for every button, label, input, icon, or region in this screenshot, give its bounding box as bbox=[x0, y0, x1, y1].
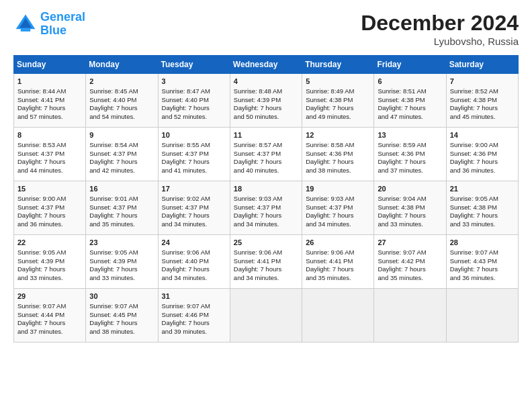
calendar-cell: 2Sunrise: 8:45 AMSunset: 4:40 PMDaylight… bbox=[86, 74, 158, 128]
day-info-line: Daylight: 7 hours bbox=[450, 158, 515, 167]
day-info-line: Sunrise: 8:45 AM bbox=[89, 87, 154, 96]
day-number: 16 bbox=[89, 184, 154, 194]
day-info-line: Sunset: 4:36 PM bbox=[378, 150, 442, 158]
day-info-line: Sunset: 4:41 PM bbox=[234, 257, 298, 266]
calendar-cell: 18Sunrise: 9:03 AMSunset: 4:37 PMDayligh… bbox=[230, 181, 302, 235]
day-number: 6 bbox=[378, 77, 442, 87]
day-number: 11 bbox=[234, 130, 298, 140]
day-number: 4 bbox=[234, 77, 298, 87]
calendar-cell bbox=[230, 289, 302, 342]
calendar-cell: 16Sunrise: 9:01 AMSunset: 4:37 PMDayligh… bbox=[86, 181, 158, 235]
day-info-line: Sunrise: 8:57 AM bbox=[234, 141, 298, 150]
day-info-line: Sunset: 4:46 PM bbox=[162, 311, 226, 320]
day-number: 2 bbox=[89, 77, 154, 87]
day-number: 23 bbox=[89, 238, 154, 248]
day-info-line: Sunset: 4:41 PM bbox=[17, 96, 82, 105]
day-info-line: Sunrise: 9:06 AM bbox=[234, 248, 298, 257]
day-number: 17 bbox=[162, 184, 226, 194]
day-info-line: Sunset: 4:42 PM bbox=[378, 257, 442, 266]
day-info-line: Daylight: 7 hours bbox=[378, 265, 442, 274]
day-info-line: Sunrise: 9:05 AM bbox=[89, 248, 154, 257]
day-number: 12 bbox=[306, 130, 370, 140]
day-info-line: and 41 minutes. bbox=[162, 167, 226, 175]
day-number: 10 bbox=[162, 130, 226, 140]
day-info-line: Sunset: 4:37 PM bbox=[89, 203, 154, 212]
day-info-line: Sunrise: 8:59 AM bbox=[378, 141, 442, 150]
day-number: 25 bbox=[234, 238, 298, 248]
day-number: 9 bbox=[89, 130, 154, 140]
day-info-line: and 34 minutes. bbox=[162, 274, 226, 283]
day-info-line: Sunset: 4:38 PM bbox=[450, 203, 515, 212]
calendar-header-row: SundayMondayTuesdayWednesdayThursdayFrid… bbox=[14, 56, 519, 74]
day-info-line: and 38 minutes. bbox=[89, 328, 154, 336]
day-info-line: Sunrise: 9:00 AM bbox=[17, 195, 82, 203]
calendar-table: SundayMondayTuesdayWednesdayThursdayFrid… bbox=[13, 55, 519, 342]
calendar-cell: 28Sunrise: 9:07 AMSunset: 4:43 PMDayligh… bbox=[446, 235, 518, 289]
day-info-line: Daylight: 7 hours bbox=[234, 265, 298, 274]
day-info-line: Daylight: 7 hours bbox=[234, 158, 298, 167]
day-info-line: and 45 minutes. bbox=[450, 113, 515, 122]
day-info-line: and 34 minutes. bbox=[234, 274, 298, 283]
svg-rect-2 bbox=[21, 29, 30, 32]
day-info-line: Daylight: 7 hours bbox=[450, 212, 515, 220]
day-number: 29 bbox=[17, 291, 82, 302]
day-info-line: and 37 minutes. bbox=[378, 167, 442, 175]
calendar-cell: 13Sunrise: 8:59 AMSunset: 4:36 PMDayligh… bbox=[374, 128, 446, 181]
day-info-line: Daylight: 7 hours bbox=[17, 319, 82, 328]
logo: General Blue bbox=[13, 11, 85, 38]
day-number: 22 bbox=[17, 238, 82, 248]
day-info-line: Daylight: 7 hours bbox=[378, 158, 442, 167]
day-info-line: and 34 minutes. bbox=[162, 220, 226, 229]
day-info-line: Sunset: 4:37 PM bbox=[234, 150, 298, 158]
calendar-cell: 29Sunrise: 9:07 AMSunset: 4:44 PMDayligh… bbox=[14, 289, 86, 342]
day-info-line: Sunrise: 9:04 AM bbox=[378, 195, 442, 203]
day-info-line: Daylight: 7 hours bbox=[450, 265, 515, 274]
day-info-line: Sunset: 4:44 PM bbox=[17, 311, 82, 320]
calendar-cell: 8Sunrise: 8:53 AMSunset: 4:37 PMDaylight… bbox=[14, 128, 86, 181]
day-info-line: Sunrise: 8:44 AM bbox=[17, 87, 82, 96]
day-header-saturday: Saturday bbox=[446, 56, 518, 74]
logo-line1: General bbox=[40, 10, 85, 24]
day-number: 7 bbox=[450, 77, 515, 87]
calendar-cell: 23Sunrise: 9:05 AMSunset: 4:39 PMDayligh… bbox=[86, 235, 158, 289]
day-info-line: Sunset: 4:39 PM bbox=[17, 257, 82, 266]
day-info-line: and 35 minutes. bbox=[306, 274, 370, 283]
day-info-line: Sunrise: 8:55 AM bbox=[162, 141, 226, 150]
calendar-cell: 4Sunrise: 8:48 AMSunset: 4:39 PMDaylight… bbox=[230, 74, 302, 128]
day-info-line: Sunrise: 9:06 AM bbox=[306, 248, 370, 257]
day-info-line: Daylight: 7 hours bbox=[306, 158, 370, 167]
day-info-line: Sunrise: 8:48 AM bbox=[234, 87, 298, 96]
day-info-line: Sunset: 4:39 PM bbox=[89, 257, 154, 266]
day-info-line: Sunset: 4:40 PM bbox=[162, 257, 226, 266]
calendar-cell: 3Sunrise: 8:47 AMSunset: 4:40 PMDaylight… bbox=[158, 74, 230, 128]
day-info-line: Sunset: 4:40 PM bbox=[89, 96, 154, 105]
day-info-line: Daylight: 7 hours bbox=[89, 265, 154, 274]
day-info-line: and 40 minutes. bbox=[234, 167, 298, 175]
day-info-line: Sunset: 4:37 PM bbox=[89, 150, 154, 158]
day-info-line: Sunset: 4:36 PM bbox=[450, 150, 515, 158]
day-info-line: Sunrise: 8:54 AM bbox=[89, 141, 154, 150]
calendar-body: 1Sunrise: 8:44 AMSunset: 4:41 PMDaylight… bbox=[14, 74, 519, 342]
day-info-line: Daylight: 7 hours bbox=[306, 104, 370, 113]
day-info-line: Sunrise: 9:07 AM bbox=[162, 302, 226, 311]
day-number: 30 bbox=[89, 291, 154, 302]
logo-line2: Blue bbox=[40, 24, 66, 37]
day-info-line: and 35 minutes. bbox=[378, 274, 442, 283]
day-header-thursday: Thursday bbox=[302, 56, 374, 74]
calendar-week-2: 8Sunrise: 8:53 AMSunset: 4:37 PMDaylight… bbox=[14, 128, 519, 181]
day-info-line: Daylight: 7 hours bbox=[450, 104, 515, 113]
calendar-cell bbox=[302, 289, 374, 342]
day-header-friday: Friday bbox=[374, 56, 446, 74]
day-info-line: Sunrise: 8:47 AM bbox=[162, 87, 226, 96]
location: Lyubovsho, Russia bbox=[361, 36, 519, 47]
calendar-cell: 10Sunrise: 8:55 AMSunset: 4:37 PMDayligh… bbox=[158, 128, 230, 181]
day-info-line: Daylight: 7 hours bbox=[162, 319, 226, 328]
day-number: 28 bbox=[450, 238, 515, 248]
calendar-cell: 19Sunrise: 9:03 AMSunset: 4:37 PMDayligh… bbox=[302, 181, 374, 235]
day-info-line: and 33 minutes. bbox=[89, 274, 154, 283]
calendar-cell: 24Sunrise: 9:06 AMSunset: 4:40 PMDayligh… bbox=[158, 235, 230, 289]
day-info-line: Daylight: 7 hours bbox=[162, 104, 226, 113]
day-info-line: and 35 minutes. bbox=[89, 220, 154, 229]
day-info-line: and 50 minutes. bbox=[234, 113, 298, 122]
day-info-line: Sunset: 4:45 PM bbox=[89, 311, 154, 320]
